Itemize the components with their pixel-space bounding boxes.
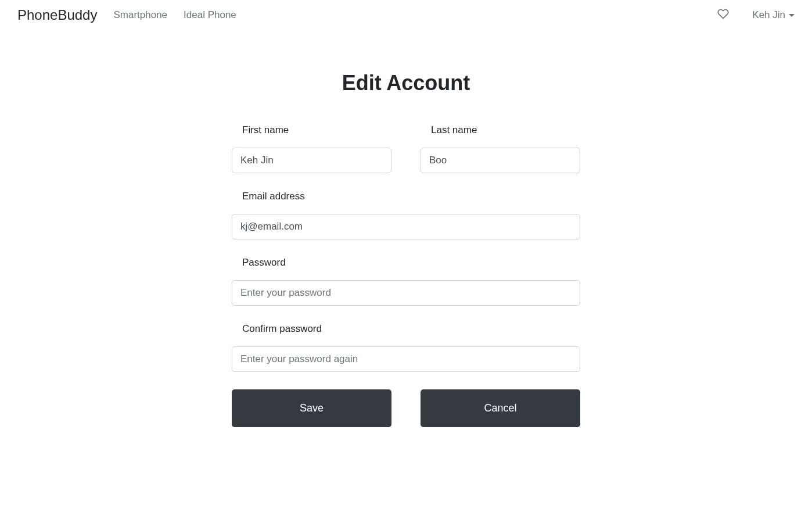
first-name-label: First name — [232, 124, 391, 136]
confirm-password-label: Confirm password — [232, 323, 580, 335]
last-name-input[interactable] — [421, 148, 580, 173]
navbar-right: Keh Jin — [717, 8, 795, 22]
main-container: Edit Account First name Last name Email … — [226, 71, 586, 427]
cancel-button[interactable]: Cancel — [421, 389, 580, 427]
first-name-input[interactable] — [232, 148, 391, 173]
first-name-group: First name — [232, 124, 391, 173]
last-name-group: Last name — [421, 124, 580, 173]
name-row: First name Last name — [232, 124, 580, 173]
email-group: Email address — [232, 191, 580, 239]
navbar-left: PhoneBuddy Smartphone Ideal Phone — [17, 7, 236, 23]
password-input[interactable] — [232, 280, 580, 306]
chevron-down-icon — [789, 14, 795, 17]
button-row: Save Cancel — [232, 389, 580, 427]
navbar: PhoneBuddy Smartphone Ideal Phone Keh Ji… — [0, 0, 812, 30]
user-menu[interactable]: Keh Jin — [752, 9, 795, 21]
password-label: Password — [232, 257, 580, 269]
nav-link-ideal-phone[interactable]: Ideal Phone — [184, 9, 236, 21]
heart-icon[interactable] — [717, 8, 729, 22]
brand-logo[interactable]: PhoneBuddy — [17, 7, 97, 23]
save-button[interactable]: Save — [232, 389, 391, 427]
nav-link-smartphone[interactable]: Smartphone — [113, 9, 167, 21]
user-name: Keh Jin — [752, 9, 785, 21]
confirm-password-input[interactable] — [232, 346, 580, 372]
password-group: Password — [232, 257, 580, 306]
email-label: Email address — [232, 191, 580, 202]
last-name-label: Last name — [421, 124, 580, 136]
confirm-password-group: Confirm password — [232, 323, 580, 372]
email-input[interactable] — [232, 214, 580, 239]
page-title: Edit Account — [232, 71, 580, 95]
